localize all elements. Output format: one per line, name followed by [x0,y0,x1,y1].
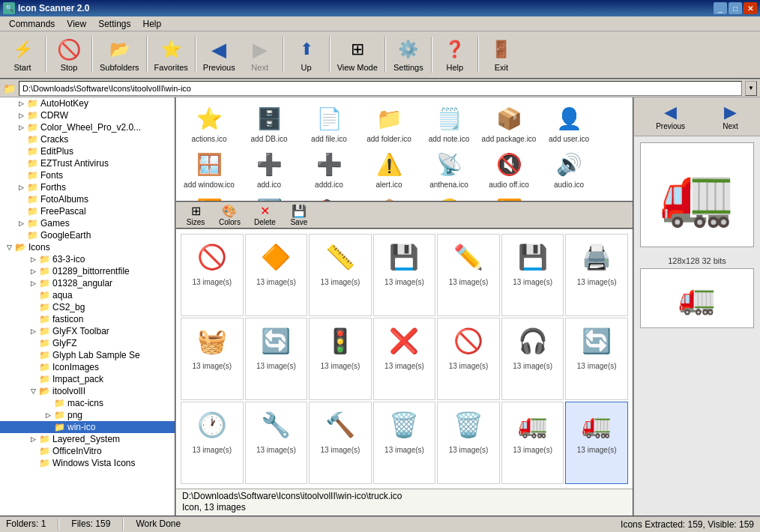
tree-item-fotoalbums[interactable]: 📁 FotoAlbums [0,193,175,205]
top-icon-item[interactable]: ☢️burn.ico [419,192,479,202]
tree-item-glyphlab[interactable]: 📁 Glyph Lab Sample Se [0,349,175,361]
top-icon-item[interactable]: 🔇audio off.ico [479,146,539,192]
tree-item-colorwheel[interactable]: ▷ 📁 Color_Wheel_Pro_v2.0... [0,121,175,133]
tree-item-itoolvolii[interactable]: ▽ 📂 itoolvolII [0,385,175,397]
top-icon-item[interactable]: ➕addd.ico [299,146,359,192]
expand-layeredsystem[interactable]: ▷ [27,435,39,443]
grid-icon-item[interactable]: 🔄13 image(s) [245,318,308,400]
expand-cdrw[interactable]: ▷ [15,112,27,119]
tree-item-layeredsystem[interactable]: ▷ 📁 Layered_System [0,433,175,445]
grid-icon-item[interactable]: 💾13 image(s) [373,234,436,316]
expand-autohotkey[interactable]: ▷ [15,100,27,107]
expand-forths[interactable]: ▷ [15,184,27,191]
tree-item-cs2bg[interactable]: 📁 CS2_bg [0,301,175,313]
tree-item-cdrw[interactable]: ▷ 📁 CDRW [0,109,175,121]
grid-icon-item[interactable]: 🚛13 image(s) [565,402,628,484]
tree-item-fonts[interactable]: 📁 Fonts [0,169,175,181]
top-icon-item[interactable]: ⏮️bw.ico [479,192,539,202]
right-previous-button[interactable]: ◀ Previous [649,100,692,133]
tree-item-01289[interactable]: ▷ 📁 01289_bittorrentfile [0,265,175,277]
grid-icon-item[interactable]: 🚦13 image(s) [309,318,372,400]
top-icon-item[interactable]: 👤add user.ico [539,100,599,146]
subfolders-button[interactable]: 📂 Subfolders [96,34,143,76]
grid-icon-item[interactable]: 📏13 image(s) [309,234,372,316]
tree-item-glyfxtoolbar[interactable]: ▷ 📁 GlyFX Toolbar [0,325,175,337]
help-button[interactable]: ❓ Help [435,34,474,76]
tree-item-01328[interactable]: ▷ 📁 01328_angular [0,277,175,289]
tree-item-freepascal[interactable]: 📁 FreePascal [0,205,175,217]
expand-colorwheel[interactable]: ▷ [15,124,27,131]
tree-item-officeinvitro[interactable]: 📁 OfficeInVitro [0,445,175,457]
expand-01289[interactable]: ▷ [27,267,39,275]
menu-view[interactable]: View [61,17,92,31]
menu-commands[interactable]: Commands [3,17,61,31]
tree-item-glyfz[interactable]: 📁 GlyFZ [0,337,175,349]
expand-glyfxtoolbar[interactable]: ▷ [27,327,39,335]
top-icon-item[interactable]: 📄add file.ico [299,100,359,146]
grid-icon-item[interactable]: 🎧13 image(s) [501,318,564,400]
tree-item-games[interactable]: ▷ 📁 Games [0,217,175,229]
minimize-button[interactable]: _ [714,2,727,14]
top-icon-item[interactable]: ⚠️alert.ico [359,146,419,192]
favorites-button[interactable]: ⭐ Favorites [151,34,192,76]
expand-icons[interactable]: ▽ [3,244,15,251]
grid-icon-item[interactable]: 🚫13 image(s) [181,234,244,316]
grid-icon-item[interactable]: 🔧13 image(s) [245,402,308,484]
tree-item-macicns[interactable]: 📁 mac-icns [0,397,175,409]
top-icon-item[interactable]: 🗄️add DB.ico [239,100,299,146]
grid-icon-item[interactable]: 🚫13 image(s) [437,318,500,400]
exit-button[interactable]: 🚪 Exit [482,34,521,76]
tree-item-iconimages[interactable]: 📁 IconImages [0,361,175,373]
tree-item-63-3-ico[interactable]: ▷ 📁 63-3-ico [0,253,175,265]
address-input[interactable] [19,81,742,96]
tree-item-windowsvista[interactable]: 📁 Windows Vista Icons [0,457,175,469]
close-button[interactable]: ✕ [744,2,757,14]
menu-settings[interactable]: Settings [92,17,136,31]
next-button[interactable]: ▶ Next [241,34,280,76]
tree-item-eztrust[interactable]: 📁 EZTrust Antivirus [0,157,175,169]
maximize-button[interactable]: □ [729,2,742,14]
top-icon-item[interactable]: 📁add folder.ico [359,100,419,146]
top-icon-item[interactable]: 📦box.ico [359,192,419,202]
expand-games[interactable]: ▷ [15,220,27,227]
top-icon-item[interactable]: ➕add.ico [239,146,299,192]
grid-icon-item[interactable]: 🔨13 image(s) [309,402,372,484]
grid-icon-item[interactable]: 🧺13 image(s) [181,318,244,400]
top-icon-item[interactable]: 📚book.ico [299,192,359,202]
grid-icon-item[interactable]: 💾13 image(s) [501,234,564,316]
expand-01328[interactable]: ▷ [27,279,39,287]
tree-item-editplus[interactable]: 📁 EditPlus [0,145,175,157]
previous-button[interactable]: ◀ Previous [199,34,239,76]
tree-item-fasticon[interactable]: 📁 fasticon [0,313,175,325]
grid-icon-item[interactable]: 🔶13 image(s) [245,234,308,316]
top-icon-item[interactable]: ⬅️back.ico [239,192,299,202]
top-icon-item[interactable]: ⭐actions.ico [179,100,239,146]
tree-item-forths[interactable]: ▷ 📁 Forths [0,181,175,193]
tree-scroll[interactable]: ▷ 📁 AutoHotKey ▷ 📁 CDRW ▷ 📁 Color_Wheel_… [0,97,175,516]
menu-help[interactable]: Help [137,17,168,31]
up-button[interactable]: ⬆ Up [287,34,326,76]
grid-icon-item[interactable]: 🔄13 image(s) [565,318,628,400]
address-dropdown-button[interactable]: ▼ [745,81,757,96]
right-next-button[interactable]: ▶ Next [716,100,745,133]
grid-icon-item[interactable]: ✏️13 image(s) [437,234,500,316]
grid-icon-item[interactable]: 🗑️13 image(s) [437,402,500,484]
tree-item-impactpack[interactable]: 📁 Impact_pack [0,373,175,385]
tree-item-googleearth[interactable]: 📁 GoogleEarth [0,229,175,241]
grid-icon-item[interactable]: 🗑️13 image(s) [373,402,436,484]
sizes-button[interactable]: ⊞ Sizes [181,202,211,229]
top-icon-item[interactable]: 🗒️add note.ico [419,100,479,146]
expand-png[interactable]: ▷ [42,411,54,419]
view-mode-button[interactable]: ⊞ View Mode [334,34,381,76]
tree-item-autohotkey[interactable]: ▷ 📁 AutoHotKey [0,97,175,109]
top-icon-item[interactable]: 📡anthena.ico [419,146,479,192]
tree-item-winico[interactable]: 📁 win-ico [0,421,175,433]
grid-icon-item[interactable]: 🕐13 image(s) [181,402,244,484]
grid-icon-item[interactable]: 🚛13 image(s) [501,402,564,484]
tree-item-cracks[interactable]: 📁 Cracks [0,133,175,145]
top-icon-item[interactable]: 📦add package.ico [479,100,539,146]
expand-63-3-ico[interactable]: ▷ [27,256,39,263]
settings-button[interactable]: ⚙️ Settings [389,34,428,76]
bottom-icon-grid[interactable]: 🚫13 image(s)🔶13 image(s)📏13 image(s)💾13 … [176,229,633,489]
top-icon-item[interactable]: 🪟add window.ico [179,146,239,192]
